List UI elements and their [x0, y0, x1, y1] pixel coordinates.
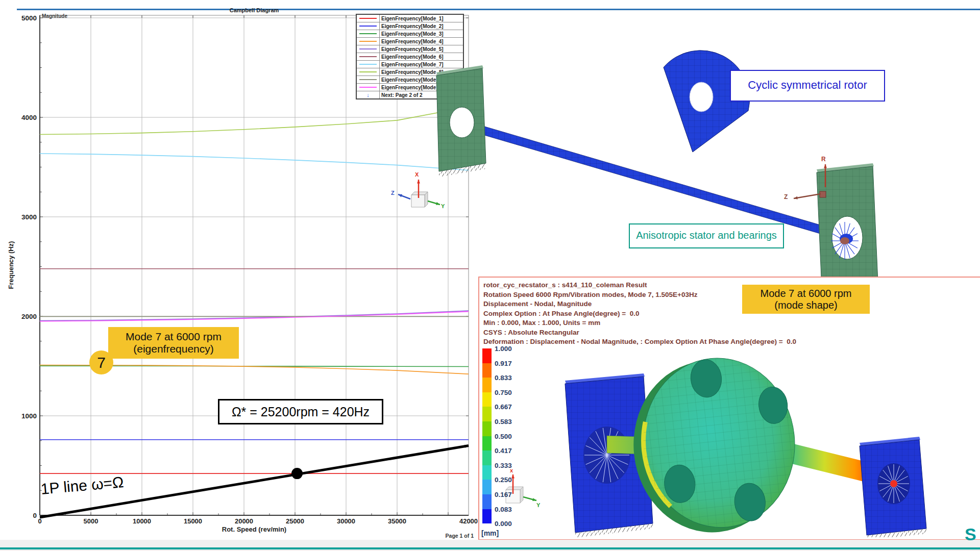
right-stator-plate	[860, 437, 926, 537]
right-bearing-support	[817, 163, 879, 277]
colorbar-value: 0.833	[495, 374, 512, 382]
colorbar-value: 0.083	[495, 505, 512, 513]
legend-swatch	[357, 38, 380, 45]
magnitude-label: Magnitude	[42, 13, 67, 19]
siemens-logo: S	[965, 524, 976, 544]
mode-shape-callout: Mode 7 at 6000 rpm (mode shape)	[742, 285, 870, 314]
colorbar-segment	[482, 421, 492, 436]
critical-speed-callout: Ω* = 25200rpm = 420Hz	[218, 399, 383, 424]
triad-x-label: X	[415, 171, 419, 178]
csys-r-label: R	[821, 156, 826, 163]
mode-shape-viewport[interactable]: x Y rotor_cyc_recstator_s : s414_110_col…	[478, 277, 980, 540]
y-axis-title: Frequency (Hz)	[7, 232, 15, 298]
csys-z-label: Z	[784, 193, 788, 201]
x-tick-label: 20000	[235, 517, 253, 525]
colorbar-segment	[482, 465, 492, 480]
colorbar-segment	[482, 480, 492, 494]
callout-line2: (mode shape)	[742, 299, 870, 311]
colorbar-segment	[482, 450, 492, 465]
x-tick-label: 10000	[133, 517, 151, 525]
colorbar-value: 0.167	[495, 491, 512, 498]
triad-y-label: Y	[536, 502, 541, 508]
triad-y-label: Y	[441, 203, 445, 209]
header-line: CSYS : Absolute Rectangular	[483, 328, 796, 338]
callout-line2: (eigenfrequency)	[108, 343, 239, 355]
y-tick-label: 3000	[21, 213, 37, 221]
y-tick-label: 1000	[21, 412, 37, 420]
legend-swatch	[357, 22, 380, 30]
mode7-eigenfrequency-callout: Mode 7 at 6000 rpm (eigenfrequency)	[108, 327, 239, 359]
y-tick-label: 5000	[21, 14, 37, 22]
footer-accent-line	[0, 547, 980, 549]
colorbar-value: 0.250	[495, 476, 512, 484]
colorbar-value: 0.000	[495, 520, 512, 528]
view-orientation-triad[interactable]: x Y	[506, 467, 541, 508]
next-page-arrow-icon[interactable]: ↓	[357, 91, 380, 98]
colorbar-value: 0.333	[495, 461, 512, 469]
colorbar-value: 0.417	[495, 447, 512, 455]
colorbar-segment	[482, 392, 492, 407]
page-indicator: Page 1 of 1	[408, 533, 474, 539]
x-tick-label: 15000	[184, 517, 202, 525]
legend-swatch	[357, 45, 380, 53]
critical-speed-point	[291, 468, 303, 479]
legend-swatch	[357, 30, 380, 37]
header-line: Deformation : Displacement - Nodal Magni…	[483, 337, 796, 347]
rotor-annotation: Cyclic symmetrical rotor	[730, 70, 885, 102]
colorbar-segment	[482, 348, 492, 363]
colorbar-segment	[482, 363, 492, 378]
legend-swatch	[357, 61, 380, 68]
callout-line1: Mode 7 at 6000 rpm	[742, 285, 870, 299]
colorbar-value: 0.500	[495, 432, 512, 440]
max-displacement-node	[890, 480, 897, 487]
view-orientation-triad[interactable]: X Y Z	[391, 171, 445, 209]
y-tick-label: 4000	[21, 114, 37, 121]
left-bearing-support	[436, 65, 486, 177]
slide-canvas: 0500010000150002000025000300003500042000…	[0, 0, 980, 551]
legend-swatch	[357, 76, 380, 83]
colorbar-segment	[482, 436, 492, 451]
header-line: Min : 0.000, Max : 1.000, Units = mm	[483, 318, 796, 328]
colorbar-value: 0.750	[495, 388, 512, 396]
triad-z-label: Z	[391, 190, 395, 196]
x-tick-label: 42000	[459, 517, 478, 525]
colorbar-segment	[482, 509, 492, 524]
stator-annotation: Anisotropic stator and bearings	[629, 223, 784, 248]
legend-swatch	[357, 84, 380, 91]
colorbar-segment	[482, 378, 492, 392]
colorbar-segment	[482, 494, 492, 509]
callout-line1: Mode 7 at 6000 rpm	[108, 327, 239, 343]
colorbar-segment	[482, 407, 492, 421]
legend-swatch	[357, 53, 380, 60]
x-tick-label: 25000	[286, 517, 304, 525]
colorbar-value: 0.917	[495, 359, 512, 367]
colorbar-value: 0.667	[495, 403, 512, 411]
colorbar-unit: [mm]	[481, 529, 499, 537]
x-tick-label: 35000	[388, 517, 406, 525]
legend-swatch	[357, 15, 380, 22]
y-tick-label: 2000	[21, 313, 37, 320]
sector-hole	[690, 82, 713, 112]
displacement-colorbar	[482, 348, 492, 523]
x-tick-label: 30000	[337, 517, 355, 525]
legend-swatch	[357, 68, 380, 76]
x-tick-label: 5000	[84, 517, 99, 525]
x-axis-title: Rot. Speed (rev/min)	[40, 525, 469, 533]
y-tick-label: 0	[33, 512, 37, 519]
bearing-node	[840, 237, 849, 244]
colorbar-value: 0.583	[495, 418, 512, 425]
x-tick-label: 0	[38, 517, 41, 525]
left-bearing-hole	[450, 107, 474, 138]
